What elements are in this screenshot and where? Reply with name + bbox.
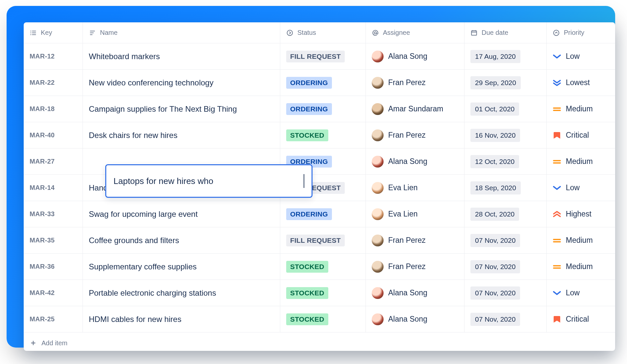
issue-key: MAR-35 xyxy=(30,237,55,244)
cell-due-date[interactable]: 07 Nov, 2020 xyxy=(464,227,547,253)
cell-name[interactable]: Swag for upcoming large event xyxy=(83,201,280,227)
cell-priority[interactable]: Critical xyxy=(547,122,615,148)
cell-assignee[interactable]: Amar Sundaram xyxy=(366,96,464,122)
col-header-assignee[interactable]: Assignee xyxy=(366,22,464,43)
cell-key[interactable]: MAR-35 xyxy=(24,227,83,253)
cell-due-date[interactable]: 01 Oct, 2020 xyxy=(464,96,547,122)
cell-assignee[interactable]: Alana Song xyxy=(366,280,464,306)
cell-due-date[interactable]: 28 Oct, 2020 xyxy=(464,201,547,227)
cell-status[interactable]: FILL REQUEST xyxy=(280,227,366,253)
cell-key[interactable]: MAR-22 xyxy=(24,70,83,96)
cell-key[interactable]: MAR-12 xyxy=(24,43,83,69)
col-header-status[interactable]: Status xyxy=(280,22,366,43)
priority-icon xyxy=(553,52,561,61)
cell-status[interactable]: STOCKED xyxy=(280,280,366,306)
col-header-key[interactable]: Key xyxy=(24,22,83,43)
cell-due-date[interactable]: 18 Sep, 2020 xyxy=(464,175,547,201)
cell-assignee[interactable]: Eva Lien xyxy=(366,175,464,201)
status-badge: STOCKED xyxy=(286,261,328,273)
cell-key[interactable]: MAR-42 xyxy=(24,280,83,306)
table-row[interactable]: MAR-35Coffee grounds and filtersFILL REQ… xyxy=(24,227,615,254)
table-row[interactable]: MAR-12Whiteboard markersFILL REQUESTAlan… xyxy=(24,43,615,70)
cell-status[interactable]: FILL REQUEST xyxy=(280,43,366,69)
cell-due-date[interactable]: 07 Nov, 2020 xyxy=(464,306,547,332)
col-header-priority[interactable]: Priority xyxy=(547,22,615,43)
cell-priority[interactable]: Medium xyxy=(547,227,615,253)
cell-status[interactable]: ORDERING xyxy=(280,148,366,174)
cell-name[interactable]: Hand sanitizer for desks and common area xyxy=(83,175,280,201)
cell-assignee[interactable]: Fran Perez xyxy=(366,70,464,96)
cell-due-date[interactable]: 07 Nov, 2020 xyxy=(464,254,547,280)
table-header-row: Key Name Status Assignee xyxy=(24,22,615,43)
cell-assignee[interactable]: Fran Perez xyxy=(366,227,464,253)
cell-status[interactable]: ORDERING xyxy=(280,96,366,122)
table-row[interactable]: MAR-36Supplementary coffee suppliesSTOCK… xyxy=(24,254,615,280)
table-row[interactable]: MAR-22New video conferencing technologyO… xyxy=(24,70,615,96)
table-row[interactable]: MAR-18Campaign supplies for The Next Big… xyxy=(24,96,615,122)
avatar xyxy=(372,103,384,115)
cell-status[interactable]: ORDERING xyxy=(280,201,366,227)
cell-name[interactable]: Campaign supplies for The Next Big Thing xyxy=(83,96,280,122)
cell-name[interactable]: New video conferencing technology xyxy=(83,70,280,96)
cell-due-date[interactable]: 16 Nov, 2020 xyxy=(464,122,547,148)
cell-name[interactable]: Supplementary coffee supplies xyxy=(83,254,280,280)
cell-assignee[interactable]: Alana Song xyxy=(366,148,464,174)
priority-icon xyxy=(553,315,561,324)
cell-key[interactable]: MAR-18 xyxy=(24,96,83,122)
table-row[interactable]: MAR-27Laptops for new hires whoORDERINGA… xyxy=(24,148,615,175)
add-item-button[interactable]: Add item xyxy=(24,332,615,351)
cell-name[interactable]: Coffee grounds and filters xyxy=(83,227,280,253)
cell-priority[interactable]: Low xyxy=(547,280,615,306)
status-badge: STOCKED xyxy=(286,287,328,299)
cell-assignee[interactable]: Fran Perez xyxy=(366,254,464,280)
assignee-name: Fran Perez xyxy=(388,131,426,140)
cell-key[interactable]: MAR-40 xyxy=(24,122,83,148)
cell-priority[interactable]: Medium xyxy=(547,96,615,122)
cell-status[interactable]: ORDERING xyxy=(280,70,366,96)
cell-key[interactable]: MAR-36 xyxy=(24,254,83,280)
cell-priority[interactable]: Medium xyxy=(547,254,615,280)
cell-assignee[interactable]: Alana Song xyxy=(366,306,464,332)
cell-due-date[interactable]: 29 Sep, 2020 xyxy=(464,70,547,96)
cell-name[interactable]: Portable electronic charging stations xyxy=(83,280,280,306)
cell-priority[interactable]: Critical xyxy=(547,306,615,332)
table-row[interactable]: MAR-40Desk chairs for new hiresSTOCKEDFr… xyxy=(24,122,615,148)
cell-key[interactable]: MAR-14 xyxy=(24,175,83,201)
priority-icon xyxy=(553,210,561,218)
cell-assignee[interactable]: Alana Song xyxy=(366,43,464,69)
cell-due-date[interactable]: 17 Aug, 2020 xyxy=(464,43,547,69)
cell-name[interactable]: Whiteboard markers xyxy=(83,43,280,69)
cell-status[interactable]: STOCKED xyxy=(280,122,366,148)
issue-key: MAR-12 xyxy=(30,53,55,60)
cell-name[interactable]: HDMI cables for new hires xyxy=(83,306,280,332)
cell-priority[interactable]: Lowest xyxy=(547,70,615,96)
cell-due-date[interactable]: 07 Nov, 2020 xyxy=(464,280,547,306)
cell-priority[interactable]: Low xyxy=(547,175,615,201)
cell-status[interactable]: STOCKED xyxy=(280,254,366,280)
cell-key[interactable]: MAR-25 xyxy=(24,306,83,332)
cell-status[interactable]: STOCKED xyxy=(280,306,366,332)
due-date-badge: 29 Sep, 2020 xyxy=(470,76,521,89)
cell-key[interactable]: MAR-33 xyxy=(24,201,83,227)
cell-due-date[interactable]: 12 Oct, 2020 xyxy=(464,148,547,174)
cell-key[interactable]: MAR-27 xyxy=(24,148,83,174)
table-row[interactable]: MAR-33Swag for upcoming large eventORDER… xyxy=(24,201,615,227)
cell-priority[interactable]: Highest xyxy=(547,201,615,227)
priority-icon xyxy=(553,289,561,297)
col-header-name[interactable]: Name xyxy=(83,22,280,43)
priority-label: Medium xyxy=(566,236,593,245)
cell-name[interactable]: Desk chairs for new hires xyxy=(83,122,280,148)
cell-priority[interactable]: Medium xyxy=(547,148,615,174)
priority-label: Medium xyxy=(566,157,593,166)
cell-priority[interactable]: Low xyxy=(547,43,615,69)
cell-name[interactable]: Laptops for new hires who xyxy=(83,148,280,174)
table-row[interactable]: MAR-42Portable electronic charging stati… xyxy=(24,280,615,306)
col-header-due[interactable]: Due date xyxy=(464,22,547,43)
table-row[interactable]: MAR-14Hand sanitizer for desks and commo… xyxy=(24,175,615,201)
cell-status[interactable]: FILL REQUEST xyxy=(280,175,366,201)
calendar-icon xyxy=(470,29,478,36)
cell-assignee[interactable]: Fran Perez xyxy=(366,122,464,148)
cell-assignee[interactable]: Eva Lien xyxy=(366,201,464,227)
table-row[interactable]: MAR-25HDMI cables for new hiresSTOCKEDAl… xyxy=(24,306,615,332)
priority-icon xyxy=(553,157,561,166)
